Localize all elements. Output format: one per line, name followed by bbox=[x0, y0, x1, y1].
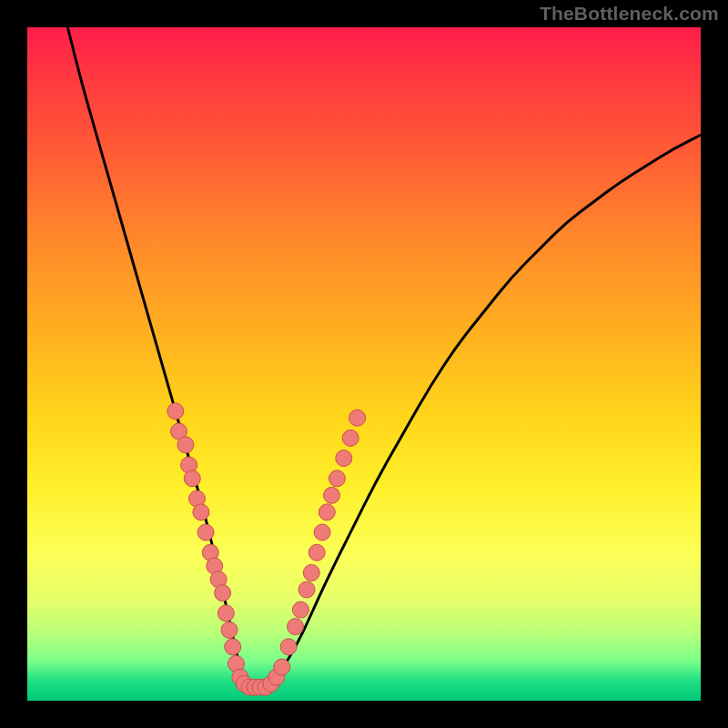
chart-svg bbox=[27, 27, 701, 701]
marker-dot bbox=[177, 437, 194, 453]
bottleneck-curve bbox=[67, 27, 701, 687]
marker-dot bbox=[274, 659, 290, 675]
marker-dot bbox=[184, 470, 200, 487]
plot-area bbox=[27, 27, 701, 701]
marker-dot bbox=[298, 581, 315, 598]
watermark-text: TheBottleneck.com bbox=[540, 3, 719, 25]
marker-dot bbox=[314, 524, 330, 541]
marker-dot bbox=[280, 639, 297, 655]
marker-dot bbox=[329, 470, 345, 487]
marker-dot bbox=[197, 524, 214, 541]
highlight-markers bbox=[167, 403, 366, 695]
marker-dot bbox=[193, 504, 209, 521]
marker-dot bbox=[288, 619, 304, 635]
marker-dot bbox=[308, 544, 325, 561]
marker-dot bbox=[221, 622, 238, 638]
marker-dot bbox=[215, 585, 231, 602]
marker-dot bbox=[342, 430, 359, 446]
marker-dot bbox=[167, 403, 184, 420]
marker-dot bbox=[225, 639, 241, 655]
marker-dot bbox=[303, 564, 319, 581]
marker-dot bbox=[292, 602, 308, 618]
marker-dot bbox=[336, 450, 352, 467]
marker-dot bbox=[318, 504, 335, 521]
marker-dot bbox=[323, 487, 339, 503]
marker-dot bbox=[349, 410, 366, 426]
chart-stage: TheBottleneck.com bbox=[0, 0, 728, 728]
marker-dot bbox=[217, 605, 234, 622]
